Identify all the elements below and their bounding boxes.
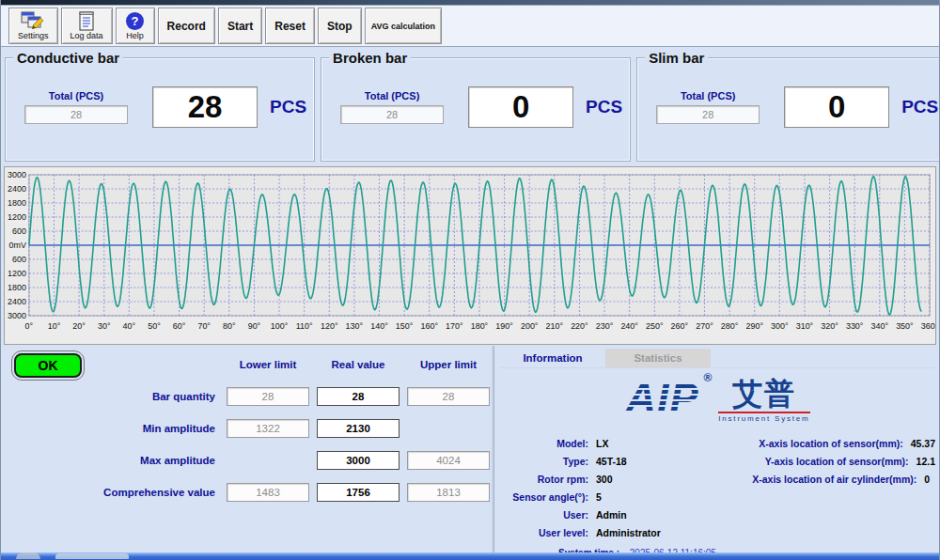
info-field-row: X-axis location of air cylinder(mm):0 bbox=[695, 473, 935, 486]
brand-logo: AIP ® 艾普 Instrument System bbox=[498, 373, 935, 431]
counters-row: Conductive barTotal (PCS)2828PCSBroken b… bbox=[1, 47, 939, 162]
svg-text:110°: 110° bbox=[296, 321, 313, 331]
total-label: Total (PCS) bbox=[340, 90, 444, 101]
slim-bar-panel: Slim barTotal (PCS)280PCS bbox=[636, 57, 940, 162]
svg-text:360°: 360° bbox=[921, 321, 935, 331]
info-field-row: User:Admin bbox=[498, 508, 695, 521]
sensor-angle-label: Sensor angle(°): bbox=[498, 490, 588, 504]
info-field-row: X-axis location of sensor(mm):45.37 bbox=[695, 437, 935, 450]
logo-subtitle: Instrument System bbox=[718, 414, 809, 423]
svg-text:600: 600 bbox=[12, 226, 26, 236]
count-display: 0 bbox=[784, 86, 889, 128]
min-amplitude-lower-input[interactable]: 1322 bbox=[227, 419, 309, 438]
user-level-label: User level: bbox=[498, 526, 588, 539]
count-display: 0 bbox=[468, 86, 573, 128]
x-axis-location-of-sensor-mm-value: 45.37 bbox=[911, 437, 935, 450]
panel-title: Broken bar bbox=[329, 50, 411, 66]
logdata-icon bbox=[77, 11, 96, 30]
conductive-bar-panel: Conductive barTotal (PCS)2828PCS bbox=[5, 57, 315, 162]
results-table: Lower limitReal valueUpper limitBar quan… bbox=[8, 359, 494, 502]
settings-label: Settings bbox=[18, 31, 49, 40]
ok-status-button[interactable]: OK bbox=[14, 353, 82, 378]
start-button[interactable]: Start bbox=[218, 8, 262, 44]
bar-quantity-lower-input[interactable]: 28 bbox=[227, 387, 309, 406]
svg-text:40°: 40° bbox=[123, 321, 136, 331]
info-fields-right: X-axis location of sensor(mm):45.37Y-axi… bbox=[695, 437, 935, 544]
svg-text:1200: 1200 bbox=[8, 212, 26, 222]
user-level-value: Administrator bbox=[596, 526, 661, 539]
taskbar-button-sliver bbox=[55, 553, 129, 559]
model-label: Model: bbox=[498, 437, 588, 450]
svg-text:180°: 180° bbox=[471, 321, 489, 331]
logo-cn-block: 艾普 Instrument System bbox=[718, 377, 809, 423]
svg-text:170°: 170° bbox=[446, 321, 463, 331]
svg-text:260°: 260° bbox=[671, 321, 689, 331]
bar-quantity-real-input[interactable]: 28 bbox=[317, 387, 400, 406]
svg-text:130°: 130° bbox=[346, 321, 364, 331]
x-axis-location-of-air-cylinder-mm-value: 0 bbox=[924, 473, 930, 486]
comprehensive-value-real-input[interactable]: 1756 bbox=[317, 483, 400, 502]
svg-text:270°: 270° bbox=[696, 321, 713, 331]
avg-calculation-button[interactable]: AVG calculation bbox=[365, 8, 442, 44]
svg-text:3000: 3000 bbox=[8, 311, 26, 320]
lower-limit-header: Lower limit bbox=[227, 359, 309, 374]
svg-text:10°: 10° bbox=[48, 321, 61, 331]
bar-quantity-upper-input[interactable]: 28 bbox=[407, 387, 490, 406]
total-input[interactable]: 28 bbox=[24, 105, 128, 124]
svg-text:310°: 310° bbox=[796, 321, 814, 331]
svg-text:1800: 1800 bbox=[8, 198, 26, 208]
svg-text:190°: 190° bbox=[495, 321, 513, 331]
svg-text:240°: 240° bbox=[620, 321, 638, 331]
total-input[interactable]: 28 bbox=[340, 105, 444, 124]
sensor-angle-value: 5 bbox=[596, 490, 602, 504]
total-input[interactable]: 28 bbox=[656, 105, 760, 124]
svg-text:2400: 2400 bbox=[8, 297, 26, 306]
max-amplitude-upper-input[interactable]: 4024 bbox=[407, 451, 490, 470]
results-pane: OK Lower limitReal valueUpper limitBar q… bbox=[1, 346, 494, 552]
svg-text:200°: 200° bbox=[521, 321, 539, 331]
unit-label: PCS bbox=[901, 97, 938, 117]
upper-limit-header: Upper limit bbox=[407, 359, 490, 374]
log-data-button[interactable]: Log data bbox=[61, 8, 113, 44]
svg-text:80°: 80° bbox=[223, 321, 236, 331]
comprehensive-value-upper-input[interactable]: 1813 bbox=[407, 483, 490, 502]
total-stack: Total (PCS)28 bbox=[24, 90, 128, 124]
svg-text:600: 600 bbox=[12, 255, 26, 264]
svg-text:70°: 70° bbox=[197, 321, 211, 331]
info-fields-left: Model:LXType:45T-18Rotor rpm:300Sensor a… bbox=[498, 437, 695, 544]
comprehensive-value-lower-input[interactable]: 1483 bbox=[227, 483, 309, 502]
info-fields: Model:LXType:45T-18Rotor rpm:300Sensor a… bbox=[498, 437, 935, 544]
logo-aip-text: AIP bbox=[623, 373, 700, 424]
tab-statistics[interactable]: Statistics bbox=[605, 349, 711, 367]
svg-text:300°: 300° bbox=[771, 321, 789, 331]
logo-cn-text: 艾普 bbox=[732, 377, 796, 411]
log-data-label: Log data bbox=[70, 31, 103, 40]
stop-button[interactable]: Stop bbox=[318, 8, 362, 44]
info-field-row: Rotor rpm:300 bbox=[498, 473, 695, 486]
help-button[interactable]: ?Help bbox=[116, 8, 155, 44]
start-label: Start bbox=[227, 20, 253, 33]
svg-text:340°: 340° bbox=[871, 321, 889, 331]
type-label: Type: bbox=[498, 455, 588, 468]
svg-text:20°: 20° bbox=[72, 321, 86, 331]
svg-text:140°: 140° bbox=[370, 321, 388, 331]
svg-text:120°: 120° bbox=[321, 321, 338, 331]
svg-text:350°: 350° bbox=[896, 321, 914, 331]
toolbar: SettingsLog data?HelpRecordStartResetSto… bbox=[1, 5, 939, 47]
settings-button[interactable]: Settings bbox=[8, 8, 58, 44]
start-orb-sliver bbox=[16, 552, 40, 559]
min-amplitude-real-input[interactable]: 2130 bbox=[317, 419, 400, 438]
svg-text:1800: 1800 bbox=[8, 283, 26, 292]
x-axis-location-of-sensor-mm-label: X-axis location of sensor(mm): bbox=[695, 437, 902, 450]
svg-text:30°: 30° bbox=[98, 321, 111, 331]
registered-mark-icon: ® bbox=[703, 371, 712, 384]
status-indicator-ring: OK bbox=[11, 350, 85, 381]
bottom-row: OK Lower limitReal valueUpper limitBar q… bbox=[1, 346, 939, 552]
tab-information[interactable]: Information bbox=[500, 349, 605, 367]
max-amplitude-label: Max amplitude bbox=[8, 451, 219, 470]
record-button[interactable]: Record bbox=[158, 8, 215, 44]
svg-text:280°: 280° bbox=[721, 321, 739, 331]
reset-button[interactable]: Reset bbox=[265, 8, 315, 44]
max-amplitude-real-input[interactable]: 3000 bbox=[317, 451, 400, 470]
help-icon: ? bbox=[125, 11, 145, 30]
